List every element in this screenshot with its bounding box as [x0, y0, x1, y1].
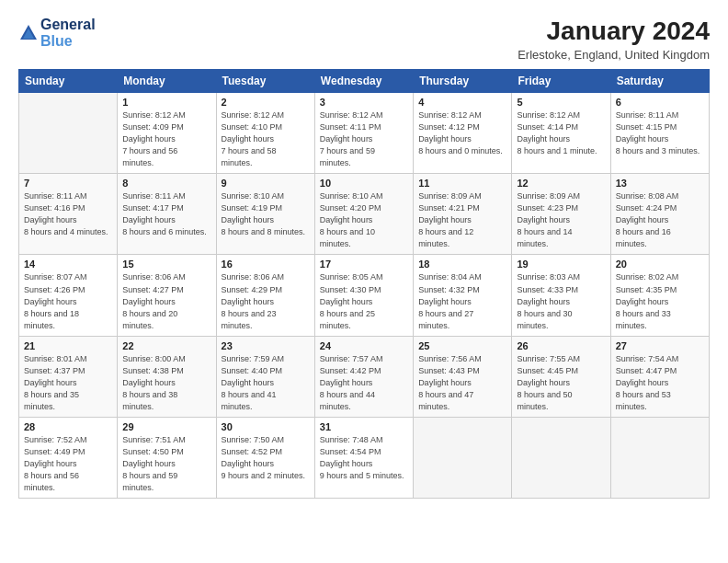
calendar-cell: 24Sunrise: 7:57 AMSunset: 4:42 PMDayligh… [314, 336, 413, 417]
calendar-cell: 9Sunrise: 8:10 AMSunset: 4:19 PMDaylight… [216, 174, 314, 255]
day-number: 4 [418, 97, 506, 108]
day-info: Sunrise: 8:05 AMSunset: 4:30 PMDaylight … [320, 271, 408, 331]
day-number: 30 [222, 421, 310, 432]
day-number: 29 [122, 421, 210, 432]
calendar-cell: 1Sunrise: 8:12 AMSunset: 4:09 PMDaylight… [118, 93, 216, 174]
day-info: Sunrise: 8:11 AMSunset: 4:16 PMDaylight … [24, 190, 112, 238]
calendar-cell [414, 417, 512, 498]
calendar-cell [19, 93, 118, 174]
calendar-cell: 11Sunrise: 8:09 AMSunset: 4:21 PMDayligh… [414, 174, 512, 255]
calendar-cell: 2Sunrise: 8:12 AMSunset: 4:10 PMDaylight… [216, 93, 314, 174]
calendar-title: January 2024 [518, 17, 710, 46]
logo: General Blue [18, 17, 96, 50]
calendar-cell: 4Sunrise: 8:12 AMSunset: 4:12 PMDaylight… [414, 93, 512, 174]
day-number: 17 [320, 259, 408, 270]
calendar-table: Sunday Monday Tuesday Wednesday Thursday… [18, 69, 710, 499]
day-info: Sunrise: 7:50 AMSunset: 4:52 PMDaylight … [222, 434, 310, 482]
day-info: Sunrise: 8:06 AMSunset: 4:29 PMDaylight … [222, 271, 310, 331]
logo-icon [18, 23, 39, 43]
weekday-header-row: Sunday Monday Tuesday Wednesday Thursday… [19, 70, 710, 93]
day-info: Sunrise: 8:03 AMSunset: 4:33 PMDaylight … [517, 271, 605, 331]
calendar-cell [512, 417, 610, 498]
calendar-cell: 17Sunrise: 8:05 AMSunset: 4:30 PMDayligh… [314, 255, 413, 336]
calendar-cell: 3Sunrise: 8:12 AMSunset: 4:11 PMDaylight… [314, 93, 413, 174]
calendar-week-row: 1Sunrise: 8:12 AMSunset: 4:09 PMDaylight… [19, 93, 710, 174]
calendar-cell: 23Sunrise: 7:59 AMSunset: 4:40 PMDayligh… [216, 336, 314, 417]
calendar-page: General Blue January 2024 Erlestoke, Eng… [0, 0, 728, 563]
calendar-week-row: 28Sunrise: 7:52 AMSunset: 4:49 PMDayligh… [19, 417, 710, 498]
calendar-cell: 8Sunrise: 8:11 AMSunset: 4:17 PMDaylight… [118, 174, 216, 255]
calendar-body: 1Sunrise: 8:12 AMSunset: 4:09 PMDaylight… [19, 93, 710, 499]
day-info: Sunrise: 8:08 AMSunset: 4:24 PMDaylight … [616, 190, 704, 250]
day-info: Sunrise: 7:55 AMSunset: 4:45 PMDaylight … [517, 353, 605, 413]
day-info: Sunrise: 8:07 AMSunset: 4:26 PMDaylight … [24, 271, 112, 331]
header-wednesday: Wednesday [314, 70, 413, 93]
calendar-week-row: 7Sunrise: 8:11 AMSunset: 4:16 PMDaylight… [19, 174, 710, 255]
day-number: 24 [320, 340, 408, 351]
day-info: Sunrise: 8:12 AMSunset: 4:11 PMDaylight … [320, 109, 408, 169]
day-info: Sunrise: 8:12 AMSunset: 4:10 PMDaylight … [222, 109, 310, 169]
day-number: 10 [320, 178, 408, 189]
calendar-cell: 26Sunrise: 7:55 AMSunset: 4:45 PMDayligh… [512, 336, 610, 417]
calendar-week-row: 14Sunrise: 8:07 AMSunset: 4:26 PMDayligh… [19, 255, 710, 336]
day-number: 22 [122, 340, 210, 351]
day-number: 20 [616, 259, 704, 270]
header-saturday: Saturday [610, 70, 709, 93]
day-number: 14 [24, 259, 112, 270]
day-info: Sunrise: 7:59 AMSunset: 4:40 PMDaylight … [222, 353, 310, 413]
day-number: 26 [517, 340, 605, 351]
calendar-cell: 16Sunrise: 8:06 AMSunset: 4:29 PMDayligh… [216, 255, 314, 336]
day-number: 5 [517, 97, 605, 108]
day-info: Sunrise: 8:06 AMSunset: 4:27 PMDaylight … [122, 271, 210, 331]
calendar-cell: 10Sunrise: 8:10 AMSunset: 4:20 PMDayligh… [314, 174, 413, 255]
day-number: 1 [122, 97, 210, 108]
day-number: 19 [517, 259, 605, 270]
calendar-cell: 13Sunrise: 8:08 AMSunset: 4:24 PMDayligh… [610, 174, 709, 255]
day-info: Sunrise: 7:57 AMSunset: 4:42 PMDaylight … [320, 353, 408, 413]
header-sunday: Sunday [19, 70, 118, 93]
day-info: Sunrise: 7:51 AMSunset: 4:50 PMDaylight … [122, 434, 210, 494]
day-info: Sunrise: 8:10 AMSunset: 4:20 PMDaylight … [320, 190, 408, 250]
day-number: 13 [616, 178, 704, 189]
day-info: Sunrise: 8:11 AMSunset: 4:15 PMDaylight … [616, 109, 704, 157]
calendar-cell: 7Sunrise: 8:11 AMSunset: 4:16 PMDaylight… [19, 174, 118, 255]
day-info: Sunrise: 8:09 AMSunset: 4:21 PMDaylight … [418, 190, 506, 250]
day-info: Sunrise: 8:04 AMSunset: 4:32 PMDaylight … [418, 271, 506, 331]
day-number: 21 [24, 340, 112, 351]
day-number: 15 [122, 259, 210, 270]
header-monday: Monday [118, 70, 216, 93]
day-info: Sunrise: 7:52 AMSunset: 4:49 PMDaylight … [24, 434, 112, 494]
calendar-cell: 31Sunrise: 7:48 AMSunset: 4:54 PMDayligh… [314, 417, 413, 498]
day-number: 9 [222, 178, 310, 189]
day-number: 27 [616, 340, 704, 351]
day-info: Sunrise: 8:12 AMSunset: 4:14 PMDaylight … [517, 109, 605, 157]
day-info: Sunrise: 8:12 AMSunset: 4:12 PMDaylight … [418, 109, 506, 157]
calendar-cell: 20Sunrise: 8:02 AMSunset: 4:35 PMDayligh… [610, 255, 709, 336]
day-number: 12 [517, 178, 605, 189]
day-info: Sunrise: 8:09 AMSunset: 4:23 PMDaylight … [517, 190, 605, 250]
day-info: Sunrise: 7:48 AMSunset: 4:54 PMDaylight … [320, 434, 408, 482]
title-block: January 2024 Erlestoke, England, United … [518, 17, 710, 62]
header-thursday: Thursday [414, 70, 512, 93]
header-friday: Friday [512, 70, 610, 93]
logo-text: General Blue [40, 17, 96, 50]
calendar-header: General Blue January 2024 Erlestoke, Eng… [18, 17, 710, 62]
day-info: Sunrise: 8:00 AMSunset: 4:38 PMDaylight … [122, 353, 210, 413]
day-info: Sunrise: 8:11 AMSunset: 4:17 PMDaylight … [122, 190, 210, 238]
calendar-subtitle: Erlestoke, England, United Kingdom [518, 48, 710, 62]
day-number: 2 [222, 97, 310, 108]
calendar-cell: 15Sunrise: 8:06 AMSunset: 4:27 PMDayligh… [118, 255, 216, 336]
day-info: Sunrise: 8:01 AMSunset: 4:37 PMDaylight … [24, 353, 112, 413]
day-number: 16 [222, 259, 310, 270]
calendar-cell: 14Sunrise: 8:07 AMSunset: 4:26 PMDayligh… [19, 255, 118, 336]
day-info: Sunrise: 8:10 AMSunset: 4:19 PMDaylight … [222, 190, 310, 238]
calendar-cell: 6Sunrise: 8:11 AMSunset: 4:15 PMDaylight… [610, 93, 709, 174]
day-info: Sunrise: 8:02 AMSunset: 4:35 PMDaylight … [616, 271, 704, 331]
calendar-week-row: 21Sunrise: 8:01 AMSunset: 4:37 PMDayligh… [19, 336, 710, 417]
calendar-cell: 25Sunrise: 7:56 AMSunset: 4:43 PMDayligh… [414, 336, 512, 417]
calendar-cell: 22Sunrise: 8:00 AMSunset: 4:38 PMDayligh… [118, 336, 216, 417]
day-number: 18 [418, 259, 506, 270]
calendar-cell: 30Sunrise: 7:50 AMSunset: 4:52 PMDayligh… [216, 417, 314, 498]
calendar-cell: 28Sunrise: 7:52 AMSunset: 4:49 PMDayligh… [19, 417, 118, 498]
day-number: 6 [616, 97, 704, 108]
